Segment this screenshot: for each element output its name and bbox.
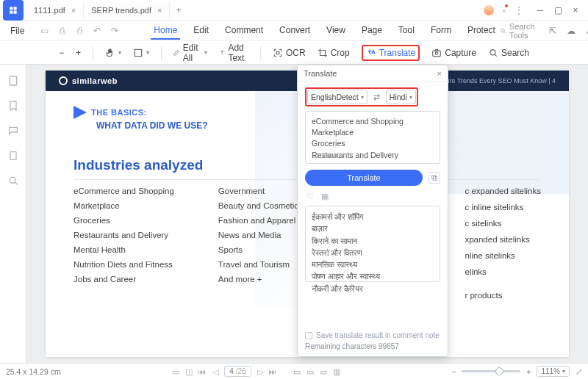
menu-comment[interactable]: Comment: [222, 22, 266, 40]
fit-width-icon[interactable]: ◫: [185, 367, 193, 376]
line: नौकरी और कैरियर: [312, 283, 434, 295]
user-avatar[interactable]: [484, 5, 494, 15]
close-icon[interactable]: ×: [71, 6, 76, 15]
menu-form[interactable]: Form: [428, 22, 454, 40]
kebab-menu-icon[interactable]: ⋮: [514, 5, 523, 15]
menu-convert[interactable]: Convert: [276, 22, 313, 40]
brand-label: similarweb: [72, 76, 118, 85]
add-text-label: Add Text: [228, 43, 248, 63]
attachments-icon[interactable]: [7, 150, 19, 162]
zoom-out-button[interactable]: −: [59, 48, 64, 58]
view-mode-2-icon[interactable]: ▭: [306, 367, 314, 376]
copy-icon[interactable]: [429, 172, 440, 184]
menu-protect[interactable]: Protect: [465, 22, 498, 40]
playback-icon[interactable]: ▦: [321, 192, 329, 201]
comments-icon[interactable]: [7, 125, 19, 137]
total-pages: /26: [236, 367, 246, 375]
edit-all-button[interactable]: Edit All▾: [173, 43, 207, 63]
fullscreen-icon[interactable]: ⤢: [576, 367, 582, 376]
current-page[interactable]: 4: [229, 367, 234, 375]
notifications-icon[interactable]: ▫: [503, 5, 506, 15]
industries-col-1: eCommerce and Shopping Marketplace Groce…: [74, 187, 174, 300]
menu-edit[interactable]: Edit: [190, 22, 212, 40]
zoom-in-button[interactable]: +: [76, 48, 81, 58]
minimize-button[interactable]: ─: [532, 2, 548, 18]
zoom-in-icon[interactable]: +: [526, 367, 531, 376]
capture-label: Capture: [445, 48, 476, 58]
cloud-icon[interactable]: ☁: [567, 26, 576, 36]
zoom-slider[interactable]: [462, 370, 520, 372]
zoom-out-icon[interactable]: −: [451, 367, 456, 376]
separator: [260, 46, 261, 59]
document-tab[interactable]: SERP trends.pdf ×: [84, 2, 170, 18]
search-tools[interactable]: Search Tools: [500, 22, 539, 40]
list-item: Jobs and Career: [74, 275, 174, 284]
list-item: c sitelinks: [465, 219, 541, 228]
next-page-icon[interactable]: ▷: [257, 367, 263, 376]
undo-icon[interactable]: ↶: [92, 26, 102, 36]
section-arrow-icon: [74, 106, 87, 119]
workspace: similarweb SERP Feature Trends Every SEO…: [0, 65, 588, 363]
close-window-button[interactable]: ×: [567, 2, 584, 18]
thumbnails-icon[interactable]: [7, 75, 19, 87]
svg-rect-7: [10, 76, 16, 85]
list-item: c inline sitelinks: [465, 203, 541, 212]
save-icon[interactable]: ⎙: [57, 26, 67, 36]
translate-button[interactable]: Translate: [362, 45, 420, 61]
add-tab-button[interactable]: +: [170, 5, 187, 15]
list-item: Restaurants and Delivery: [74, 231, 174, 239]
fit-page-icon[interactable]: ▭: [172, 367, 179, 376]
search-label: Search: [501, 48, 529, 58]
source-language-label: EnglishDetect: [311, 93, 359, 101]
translated-text-box[interactable]: ईकामर्स और शॉपिंग बाज़ार किराने का सामान…: [305, 206, 440, 282]
list-item: Marketplace: [74, 201, 174, 210]
search-button[interactable]: Search: [488, 48, 529, 58]
svg-point-9: [10, 177, 15, 183]
print-icon[interactable]: ⎙: [74, 26, 85, 36]
source-language-select[interactable]: EnglishDetect▾: [307, 90, 368, 104]
zoom-value[interactable]: 111%▾: [537, 366, 570, 377]
select-tool[interactable]: ▾: [133, 48, 149, 58]
capture-button[interactable]: Capture: [431, 48, 476, 58]
close-icon[interactable]: ×: [157, 6, 162, 15]
add-text-button[interactable]: Add Text: [219, 43, 248, 63]
menu-tool[interactable]: Tool: [395, 22, 417, 40]
list-item: News and Media: [218, 231, 303, 239]
hand-tool[interactable]: ▾: [105, 48, 121, 58]
view-mode-4-icon[interactable]: ▥: [333, 367, 340, 376]
search-tools-placeholder: Search Tools: [509, 22, 539, 40]
first-page-icon[interactable]: ⏮: [198, 367, 207, 376]
translate-action-button[interactable]: Translate: [305, 170, 423, 186]
bookmarks-icon[interactable]: [7, 100, 19, 112]
source-text-box[interactable]: eCommerce and Shopping Marketplace Groce…: [305, 111, 440, 164]
save-as-comment-checkbox[interactable]: Save translate result in comment note: [305, 331, 440, 339]
target-language-select[interactable]: Hindi▾: [386, 90, 416, 104]
menu-view[interactable]: View: [323, 22, 348, 40]
prev-page-icon[interactable]: ◁: [212, 367, 218, 376]
file-menu[interactable]: File: [4, 26, 30, 36]
checkbox-icon: [305, 332, 312, 339]
crop-button[interactable]: Crop: [318, 48, 350, 58]
target-language-label: Hindi: [390, 93, 407, 101]
redo-icon[interactable]: ↷: [110, 26, 120, 36]
title-bar: 1111.pdf × SERP trends.pdf × + ▫ ⋮ ─ ▢ ×: [0, 0, 588, 21]
view-mode-3-icon[interactable]: ▭: [320, 367, 327, 376]
menu-home[interactable]: Home: [151, 22, 180, 40]
last-page-icon[interactable]: ⏭: [269, 367, 277, 376]
document-tab[interactable]: 1111.pdf ×: [26, 2, 84, 18]
close-panel-icon[interactable]: ×: [437, 69, 442, 78]
maximize-button[interactable]: ▢: [550, 2, 566, 18]
line: बाज़ार: [312, 223, 434, 234]
menu-page[interactable]: Page: [359, 22, 385, 40]
open-icon[interactable]: ▭: [39, 26, 49, 36]
separator: [161, 46, 162, 59]
swap-languages-button[interactable]: ⇄: [372, 93, 381, 102]
view-mode-1-icon[interactable]: ▭: [293, 367, 301, 376]
ocr-label: OCR: [286, 48, 306, 58]
favorite-icon[interactable]: ♡: [306, 192, 314, 201]
search-panel-icon[interactable]: [7, 175, 19, 187]
industries-col-2: Government Beauty and Cosmetics Fashion …: [218, 187, 303, 300]
svg-line-6: [495, 54, 497, 57]
share-icon[interactable]: ⇱: [549, 26, 556, 36]
ocr-button[interactable]: OCR: [273, 48, 306, 58]
